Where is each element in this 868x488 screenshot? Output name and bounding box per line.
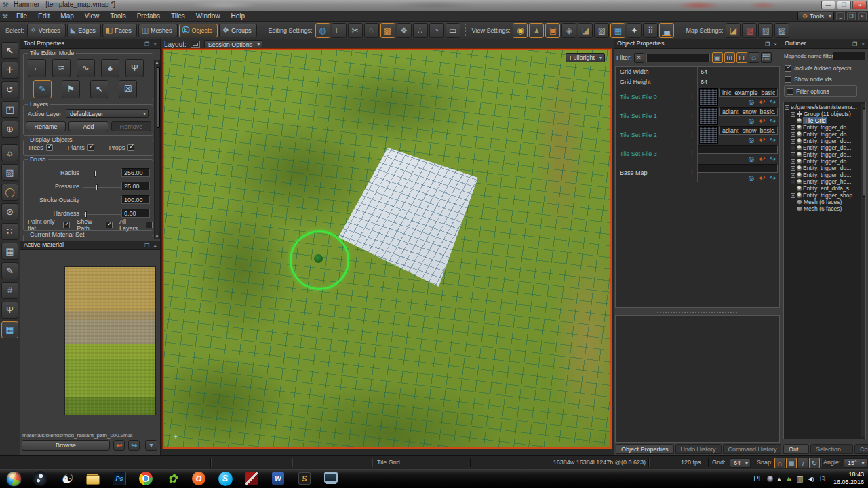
water-mode-icon[interactable] <box>52 59 71 77</box>
tree-item[interactable]: Mesh (6 faces) <box>784 205 865 212</box>
show-node-ids-checkbox[interactable] <box>785 76 791 83</box>
hardness-slider[interactable] <box>83 214 123 215</box>
tree-item[interactable]: Entity: trigger_do... <box>784 124 865 131</box>
mapnode-filter-input[interactable] <box>833 52 865 60</box>
skype-app-icon[interactable] <box>215 470 235 487</box>
select-meshes-button[interactable]: Meshes <box>138 24 178 37</box>
slider-thumb[interactable] <box>85 211 87 218</box>
close-panel-icon[interactable]: × <box>772 40 779 49</box>
minimize-icon[interactable]: — <box>821 1 835 9</box>
trees-checkbox[interactable] <box>46 144 53 151</box>
collapse-all-icon[interactable] <box>736 52 747 63</box>
note-snap-icon[interactable] <box>797 458 808 468</box>
select-faces-button[interactable]: Faces <box>102 24 137 37</box>
import-icon[interactable] <box>757 174 767 182</box>
tree-item[interactable]: Entity: ent_dota_s... <box>784 185 865 192</box>
pick-target-icon[interactable] <box>747 98 756 106</box>
slider-value-input[interactable] <box>121 168 150 177</box>
tree-item[interactable]: Entity: trigger_do... <box>784 151 865 158</box>
rename-layer-button[interactable]: Rename <box>26 121 66 131</box>
action-center-tray-icon[interactable] <box>818 474 826 483</box>
close-panel-icon[interactable]: × <box>151 40 159 49</box>
import-material-icon[interactable] <box>113 440 125 451</box>
show-path-checkbox[interactable] <box>106 222 113 228</box>
close-panel-icon[interactable]: × <box>151 241 159 250</box>
plants-checkbox[interactable] <box>87 144 94 151</box>
tilegrid-view-icon[interactable] <box>643 23 658 38</box>
slider-value-input[interactable] <box>121 209 150 218</box>
tree-item[interactable]: Tile Grid <box>784 117 865 124</box>
tree-item[interactable]: Entity: trigger_shop <box>784 192 865 199</box>
texture-lock-icon[interactable] <box>380 23 395 38</box>
browse-button[interactable]: Browse <box>22 440 110 451</box>
steam-tray-icon[interactable] <box>767 476 773 482</box>
layout-grid-icon[interactable] <box>191 41 200 48</box>
tree-item[interactable]: Mesh (6 faces) <box>784 199 865 205</box>
expander-icon[interactable] <box>791 166 795 171</box>
import-icon[interactable] <box>757 117 767 125</box>
clock[interactable]: 18:43 16.05.2016 <box>833 471 864 486</box>
material-options-dropdown[interactable] <box>145 440 157 451</box>
tab-object-properties[interactable]: Object Properties <box>616 444 674 454</box>
filter-input[interactable] <box>646 54 710 62</box>
expander-icon[interactable] <box>791 139 795 144</box>
river-mode-icon[interactable] <box>77 59 95 77</box>
tree-item[interactable]: Entity: trigger_he... <box>784 178 865 185</box>
mdi-restore-icon[interactable]: ❐ <box>847 12 856 20</box>
axis-add-icon[interactable] <box>332 23 347 38</box>
block-tool-icon[interactable] <box>1 164 18 181</box>
export-icon[interactable] <box>768 174 778 182</box>
binary-icon[interactable] <box>761 52 772 63</box>
select-objects-button[interactable]: Objects <box>179 24 218 37</box>
textured-view-icon[interactable] <box>545 23 560 38</box>
menu-edit[interactable]: Edit <box>33 11 55 21</box>
menu-help[interactable]: Help <box>225 11 250 21</box>
terrain-view-icon[interactable] <box>529 23 544 38</box>
dota2-app-icon[interactable] <box>241 470 262 487</box>
pick-target-icon[interactable] <box>747 117 756 125</box>
language-indicator[interactable]: PL <box>753 475 762 483</box>
tree-item[interactable]: Entity: trigger_do... <box>784 144 865 151</box>
panel-splitter[interactable] <box>615 310 780 314</box>
props-checkbox[interactable] <box>127 144 134 151</box>
property-value[interactable]: 64 <box>698 79 779 85</box>
expander-icon[interactable] <box>791 112 795 117</box>
light-view-icon[interactable] <box>513 23 528 38</box>
tree-item[interactable]: Entity: trigger_do... <box>784 165 865 171</box>
float-panel-icon[interactable]: ❐ <box>764 40 771 49</box>
expander-icon[interactable] <box>791 132 795 137</box>
float-panel-icon[interactable]: ❐ <box>143 241 151 250</box>
scroll-up-icon[interactable]: ▲ <box>155 60 159 64</box>
remove-layer-button[interactable]: Remove <box>111 121 151 131</box>
active-material-preview[interactable] <box>64 266 156 415</box>
add-layer-button[interactable]: Add <box>68 121 108 131</box>
pick-target-icon[interactable] <box>747 155 756 163</box>
tile-set-path-input[interactable] <box>698 145 778 154</box>
radius-slider[interactable] <box>83 174 123 174</box>
stroke-opacity-slider[interactable] <box>83 201 123 201</box>
tab-outliner[interactable]: Out... <box>783 444 809 454</box>
chrome-app-icon[interactable] <box>136 470 156 487</box>
float-panel-icon[interactable]: ❐ <box>851 40 859 49</box>
export-icon[interactable] <box>768 155 778 163</box>
import-icon[interactable] <box>757 155 767 163</box>
select-edges-button[interactable]: Edges <box>67 24 101 37</box>
erase-mode-icon[interactable] <box>119 80 137 98</box>
tab-selection[interactable]: Selection ... <box>810 444 853 454</box>
tile-set-thumbnail[interactable] <box>699 126 718 144</box>
expander-icon[interactable] <box>791 180 795 184</box>
trees-mode-icon[interactable] <box>101 59 119 77</box>
rotate-snap-icon[interactable] <box>809 458 820 468</box>
expander-icon[interactable] <box>791 125 795 130</box>
tile-path-mode-icon[interactable] <box>28 59 46 77</box>
clip-tool-icon[interactable] <box>1 203 18 220</box>
clear-filter-icon[interactable]: ✕ <box>634 53 644 63</box>
pressure-slider[interactable] <box>83 187 123 188</box>
mesh-lock-icon[interactable] <box>397 23 412 38</box>
filter-box-icon[interactable] <box>712 52 723 63</box>
gamepad-icon[interactable] <box>446 23 460 38</box>
tile-set-path-input[interactable] <box>719 126 778 135</box>
angle-dropdown[interactable]: 15° <box>844 458 867 468</box>
flat-view-icon[interactable] <box>578 23 593 38</box>
magnet-snap-icon[interactable] <box>774 458 785 468</box>
